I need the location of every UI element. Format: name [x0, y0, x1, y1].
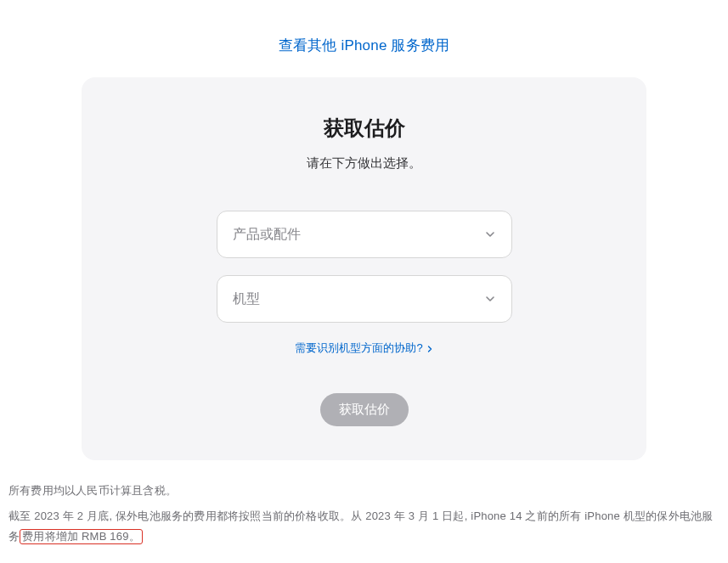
footnote-highlight: 费用将增加 RMB 169。: [20, 529, 143, 544]
estimate-card: 获取估价 请在下方做出选择。 产品或配件 机型 需要识别机型方面的协助? 获取估…: [82, 77, 646, 460]
model-select-placeholder: 机型: [233, 290, 260, 308]
product-or-accessory-select[interactable]: 产品或配件: [217, 211, 512, 258]
footnote-price-change: 截至 2023 年 2 月底, 保外电池服务的费用都将按照当前的价格收取。从 2…: [8, 506, 720, 547]
get-estimate-button[interactable]: 获取估价: [320, 393, 409, 426]
chevron-right-icon: [426, 342, 433, 355]
card-title: 获取估价: [116, 115, 612, 142]
chevron-down-icon: [484, 228, 496, 240]
identify-model-help-wrap: 需要识别机型方面的协助?: [116, 340, 612, 356]
other-iphone-service-fees-link[interactable]: 查看其他 iPhone 服务费用: [279, 37, 450, 53]
top-service-link-wrap: 查看其他 iPhone 服务费用: [8, 0, 720, 77]
product-select-placeholder: 产品或配件: [233, 226, 301, 244]
footnote-currency: 所有费用均以人民币计算且含税。: [8, 481, 720, 501]
footnotes: 所有费用均以人民币计算且含税。 截至 2023 年 2 月底, 保外电池服务的费…: [8, 460, 720, 547]
help-link-label: 需要识别机型方面的协助?: [295, 341, 422, 356]
model-select[interactable]: 机型: [217, 275, 512, 323]
chevron-down-icon: [484, 293, 496, 305]
identify-model-help-link[interactable]: 需要识别机型方面的协助?: [295, 341, 432, 356]
card-subtitle: 请在下方做出选择。: [116, 155, 612, 172]
